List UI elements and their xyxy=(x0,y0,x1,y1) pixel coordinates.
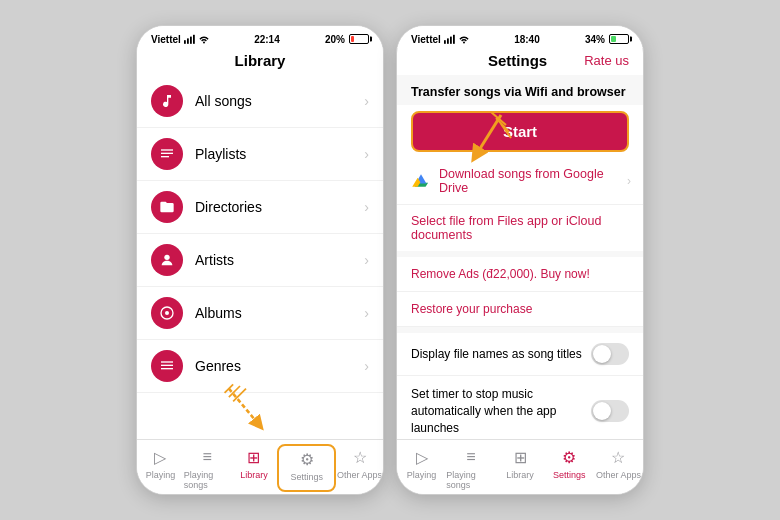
settings-content: Transfer songs via Wifi and browser Star… xyxy=(397,75,643,439)
directories-chevron: › xyxy=(364,199,369,215)
remove-ads-row[interactable]: Remove Ads (đ22,000). Buy now! xyxy=(397,257,643,292)
svg-rect-1 xyxy=(187,38,189,43)
battery-pct-2: 34% xyxy=(585,34,605,45)
library-icon-1: ⊞ xyxy=(243,446,265,468)
wifi-icon-2 xyxy=(459,34,469,44)
svg-point-9 xyxy=(165,311,169,315)
nav-playing-songs-1[interactable]: ≡ Playing songs xyxy=(184,444,231,492)
restore-purchase-row[interactable]: Restore your purchase xyxy=(397,292,643,327)
library-icon-2: ⊞ xyxy=(509,446,531,468)
directories-icon xyxy=(151,191,183,223)
nav-playing-2[interactable]: ▷ Playing xyxy=(397,444,446,492)
display-names-knob xyxy=(593,345,611,363)
svg-rect-10 xyxy=(161,361,173,362)
start-button[interactable]: Start xyxy=(411,111,629,152)
nav-settings-label-2: Settings xyxy=(553,470,586,480)
svg-rect-2 xyxy=(190,37,192,44)
time-2: 18:40 xyxy=(514,34,540,45)
set-timer-toggle[interactable] xyxy=(591,400,629,422)
list-item-directories[interactable]: Directories › xyxy=(137,181,383,234)
set-timer-knob xyxy=(593,402,611,420)
start-btn-row: Start xyxy=(397,105,643,158)
nav-library-1[interactable]: ⊞ Library xyxy=(231,444,278,492)
gdrive-label: Download songs from Google Drive xyxy=(439,167,629,195)
files-row[interactable]: Select file from Files app or iCloud doc… xyxy=(397,205,643,251)
nav-settings-1[interactable]: ⚙ Settings xyxy=(277,444,336,492)
library-content: All songs › Playlists › Directories › xyxy=(137,75,383,439)
signal-icon-2 xyxy=(444,34,456,44)
nav-other-label-1: Other Apps xyxy=(337,470,382,480)
nav-playing-label-2: Playing xyxy=(407,470,437,480)
battery-pct-1: 20% xyxy=(325,34,345,45)
signal-icon-1 xyxy=(184,34,196,44)
list-music-icon-1: ≡ xyxy=(196,446,218,468)
list-item-genres[interactable]: Genres › xyxy=(137,340,383,393)
files-label: Select file from Files app or iCloud doc… xyxy=(411,214,629,242)
gdrive-row[interactable]: Download songs from Google Drive › xyxy=(397,158,643,205)
albums-icon xyxy=(151,297,183,329)
svg-rect-4 xyxy=(161,149,173,150)
svg-rect-6 xyxy=(161,156,169,157)
library-header: Library xyxy=(137,48,383,75)
battery-fill-1 xyxy=(351,36,354,42)
playlists-chevron: › xyxy=(364,146,369,162)
svg-rect-11 xyxy=(161,365,173,366)
albums-chevron: › xyxy=(364,305,369,321)
genres-chevron: › xyxy=(364,358,369,374)
svg-point-7 xyxy=(164,255,169,260)
settings-icon-2: ⚙ xyxy=(558,446,580,468)
nav-playing-label-1: Playing xyxy=(146,470,176,480)
status-left-1: Viettel xyxy=(151,34,209,45)
set-timer-label: Set timer to stop music automatically wh… xyxy=(411,386,583,436)
list-item-all-songs[interactable]: All songs › xyxy=(137,75,383,128)
list-item-artists[interactable]: Artists › xyxy=(137,234,383,287)
directories-label: Directories xyxy=(195,199,262,215)
playlists-label: Playlists xyxy=(195,146,246,162)
artists-chevron: › xyxy=(364,252,369,268)
status-left-2: Viettel xyxy=(411,34,469,45)
remove-ads-label: Remove Ads (đ22,000). Buy now! xyxy=(411,267,590,281)
svg-rect-18 xyxy=(444,40,446,44)
list-item-playlists[interactable]: Playlists › xyxy=(137,128,383,181)
nav-library-2[interactable]: ⊞ Library xyxy=(495,444,544,492)
rate-us-link[interactable]: Rate us xyxy=(584,53,629,68)
genres-label: Genres xyxy=(195,358,241,374)
nav-playing-1[interactable]: ▷ Playing xyxy=(137,444,184,492)
svg-rect-12 xyxy=(161,368,173,369)
status-right-1: 20% xyxy=(325,34,369,45)
restore-purchase-label: Restore your purchase xyxy=(411,302,532,316)
wifi-section-title: Transfer songs via Wifi and browser xyxy=(397,75,643,105)
nav-playing-songs-2[interactable]: ≡ Playing songs xyxy=(446,444,495,492)
genres-icon xyxy=(151,350,183,382)
svg-rect-0 xyxy=(184,40,186,44)
gdrive-chevron: › xyxy=(627,174,631,188)
svg-rect-19 xyxy=(447,38,449,43)
bottom-nav-1: ▷ Playing ≡ Playing songs ⊞ Library ⚙ Se… xyxy=(137,439,383,494)
nav-settings-2[interactable]: ⚙ Settings xyxy=(545,444,594,492)
carrier-1: Viettel xyxy=(151,34,181,45)
play-icon-2: ▷ xyxy=(411,446,433,468)
all-songs-icon xyxy=(151,85,183,117)
nav-other-1[interactable]: ☆ Other Apps xyxy=(336,444,383,492)
nav-other-label-2: Other Apps xyxy=(596,470,641,480)
settings-header-row: Settings Rate us xyxy=(397,48,643,75)
wifi-icon-1 xyxy=(199,34,209,44)
gdrive-icon xyxy=(411,171,431,191)
artists-icon xyxy=(151,244,183,276)
nav-other-2[interactable]: ☆ Other Apps xyxy=(594,444,643,492)
carrier-2: Viettel xyxy=(411,34,441,45)
battery-fill-2 xyxy=(611,36,616,42)
nav-settings-label-1: Settings xyxy=(291,472,324,482)
play-icon-1: ▷ xyxy=(149,446,171,468)
bottom-nav-2: ▷ Playing ≡ Playing songs ⊞ Library ⚙ Se… xyxy=(397,439,643,494)
list-item-albums[interactable]: Albums › xyxy=(137,287,383,340)
settings-icon-1: ⚙ xyxy=(296,448,318,470)
status-bar-1: Viettel 22:14 20% xyxy=(137,26,383,48)
status-right-2: 34% xyxy=(585,34,629,45)
phone-settings: Viettel 18:40 34% Settings Rate us xyxy=(396,25,644,495)
svg-rect-21 xyxy=(453,35,455,44)
display-names-label: Display file names as song titles xyxy=(411,347,582,361)
display-names-toggle[interactable] xyxy=(591,343,629,365)
nav-playing-songs-label-2: Playing songs xyxy=(446,470,495,490)
svg-rect-20 xyxy=(450,37,452,44)
